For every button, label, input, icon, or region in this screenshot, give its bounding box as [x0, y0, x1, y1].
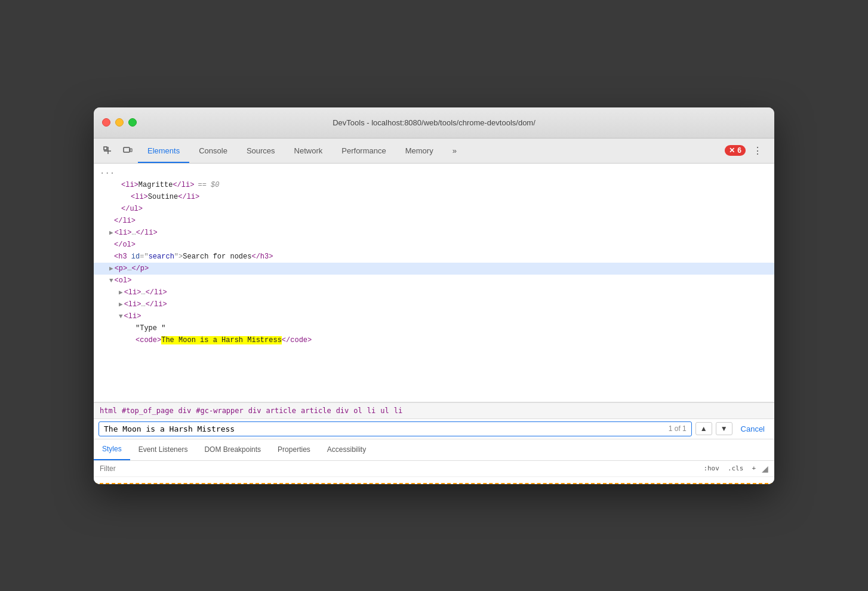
- search-next-button[interactable]: ▼: [716, 422, 732, 435]
- error-badge[interactable]: ✕ 6: [725, 145, 746, 156]
- search-prev-button[interactable]: ▲: [695, 422, 712, 435]
- breadcrumb-article2[interactable]: article: [301, 407, 331, 415]
- style-tab-dom-breakpoints[interactable]: DOM Breakpoints: [196, 439, 269, 460]
- dom-line[interactable]: </ul>: [94, 203, 774, 215]
- style-tab-styles[interactable]: Styles: [94, 439, 130, 460]
- style-tab-event-listeners[interactable]: Event Listeners: [130, 439, 196, 460]
- collapse-arrow[interactable]: ▼: [119, 313, 123, 320]
- add-style-button[interactable]: +: [749, 464, 758, 473]
- tab-network[interactable]: Network: [285, 138, 333, 163]
- breadcrumb-ol[interactable]: ol: [353, 407, 362, 415]
- minimize-button[interactable]: [115, 118, 124, 127]
- dom-line[interactable]: ▼ <ol>: [94, 275, 774, 287]
- ellipsis-icon: ···: [100, 168, 115, 178]
- breadcrumb-html[interactable]: html: [100, 407, 117, 415]
- expand-arrow[interactable]: ▶: [109, 264, 113, 272]
- dom-line[interactable]: ▶ <li>…</li>: [94, 298, 774, 310]
- cls-button[interactable]: .cls: [725, 464, 746, 473]
- dom-line[interactable]: </ol>: [94, 239, 774, 251]
- breadcrumb-article1[interactable]: article: [266, 407, 296, 415]
- breadcrumb-top_of_page[interactable]: #top_of_page: [122, 407, 174, 415]
- dom-line[interactable]: <h3 id =" search "> Search for nodes </h…: [94, 251, 774, 263]
- dom-line[interactable]: ▶ <li>…</li>: [94, 227, 774, 239]
- breadcrumb-div3[interactable]: div: [336, 407, 349, 415]
- breadcrumb-li1[interactable]: li: [367, 407, 375, 415]
- dom-panel: ··· <li>Magritte</li> == $0 <li>Soutine<…: [94, 164, 774, 402]
- dashed-border-indicator: [94, 479, 774, 484]
- error-x-icon: ✕: [729, 146, 735, 155]
- filter-buttons: :hov .cls + ◢: [701, 464, 768, 473]
- tab-sources[interactable]: Sources: [237, 138, 285, 163]
- search-input[interactable]: [104, 424, 669, 433]
- hov-button[interactable]: :hov: [701, 464, 722, 473]
- inspect-icon[interactable]: [97, 138, 118, 163]
- tab-console[interactable]: Console: [189, 138, 237, 163]
- dom-line: ···: [94, 167, 774, 179]
- tab-elements[interactable]: Elements: [138, 138, 189, 163]
- style-tabs-bar: Styles Event Listeners DOM Breakpoints P…: [94, 439, 774, 461]
- search-count: 1 of 1: [669, 424, 687, 433]
- svg-rect-0: [104, 147, 107, 150]
- dom-line-selected[interactable]: ▶ <p>…</p>: [94, 263, 774, 275]
- style-tab-accessibility[interactable]: Accessibility: [319, 439, 374, 460]
- close-button[interactable]: [102, 118, 110, 127]
- highlighted-text: The Moon is a Harsh Mistress: [161, 336, 282, 344]
- dom-line[interactable]: ▶ <li>…</li>: [94, 287, 774, 298]
- breadcrumb-bar: html #top_of_page div #gc-wrapper div ar…: [94, 402, 774, 419]
- breadcrumb-gc-wrapper[interactable]: #gc-wrapper: [196, 407, 243, 415]
- dom-line[interactable]: "Type ": [94, 322, 774, 334]
- styles-filter-bar: :hov .cls + ◢: [94, 461, 774, 477]
- more-menu-button[interactable]: ⋮: [748, 143, 767, 159]
- breadcrumb-div2[interactable]: div: [248, 407, 261, 415]
- breadcrumb-li2[interactable]: li: [394, 407, 402, 415]
- style-tab-properties[interactable]: Properties: [269, 439, 319, 460]
- dom-line[interactable]: <li>Magritte</li> == $0: [94, 179, 774, 191]
- titlebar: DevTools - localhost:8080/web/tools/chro…: [94, 107, 774, 138]
- tab-more[interactable]: »: [443, 138, 466, 163]
- styles-filter-input[interactable]: [100, 464, 695, 473]
- svg-rect-1: [124, 147, 130, 152]
- collapse-arrow[interactable]: ▼: [109, 277, 113, 284]
- dom-line[interactable]: </li>: [94, 215, 774, 227]
- dom-line[interactable]: ▼ <li>: [94, 310, 774, 322]
- device-toggle-icon[interactable]: [118, 138, 138, 163]
- tab-right-icons: ✕ 6 ⋮: [725, 138, 771, 163]
- error-count: 6: [737, 146, 741, 155]
- tabs-bar: Elements Console Sources Network Perform…: [94, 138, 774, 164]
- search-input-wrapper: 1 of 1: [99, 421, 692, 436]
- window-title: DevTools - localhost:8080/web/tools/chro…: [333, 118, 535, 127]
- styles-panel: Styles Event Listeners DOM Breakpoints P…: [94, 439, 774, 484]
- tab-performance[interactable]: Performance: [332, 138, 395, 163]
- expand-arrow[interactable]: ▶: [119, 300, 123, 308]
- maximize-button[interactable]: [128, 118, 137, 127]
- tab-memory[interactable]: Memory: [396, 138, 443, 163]
- dom-line[interactable]: <code>The Moon is a Harsh Mistress</code…: [94, 334, 774, 346]
- expand-arrow[interactable]: ▶: [109, 229, 113, 236]
- search-cancel-button[interactable]: Cancel: [736, 422, 769, 436]
- search-bar: 1 of 1 ▲ ▼ Cancel: [94, 419, 774, 439]
- breadcrumb-div1[interactable]: div: [178, 407, 192, 415]
- dom-line[interactable]: <li>Soutine</li>: [94, 191, 774, 203]
- expand-arrow[interactable]: ▶: [119, 288, 123, 296]
- breadcrumb-ul[interactable]: ul: [380, 407, 389, 415]
- resize-handle: ◢: [762, 464, 768, 473]
- svg-rect-2: [130, 149, 132, 152]
- traffic-lights: [102, 118, 137, 127]
- devtools-window: DevTools - localhost:8080/web/tools/chro…: [94, 107, 774, 484]
